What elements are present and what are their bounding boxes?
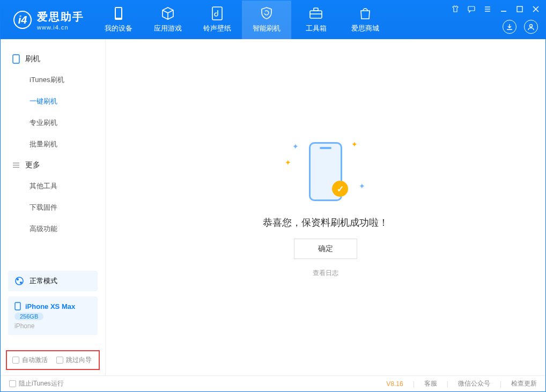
logo: i4 爱思助手 www.i4.cn [1, 10, 94, 31]
nav-flash[interactable]: 智能刷机 [242, 1, 291, 39]
success-message: 恭喜您，保资料刷机成功啦！ [263, 216, 388, 229]
download-icon[interactable] [503, 20, 517, 34]
close-button[interactable] [532, 5, 540, 13]
sidebar-item-download-firmware[interactable]: 下载固件 [1, 197, 105, 218]
svg-rect-4 [314, 8, 318, 11]
svg-point-19 [16, 277, 23, 285]
shield-refresh-icon [260, 6, 274, 20]
svg-rect-11 [517, 6, 522, 12]
sidebar-item-advanced[interactable]: 高级功能 [1, 218, 105, 240]
list-icon [12, 161, 20, 169]
top-nav: 我的设备 应用游戏 铃声壁纸 智能刷机 工具箱 爱思商城 [94, 1, 390, 39]
svg-rect-3 [310, 11, 322, 18]
nav-toolbox[interactable]: 工具箱 [291, 1, 341, 39]
version-label: V8.16 [386, 380, 403, 388]
mode-label: 正常模式 [29, 276, 57, 286]
sidebar-group-more: 更多 [1, 155, 105, 175]
svg-point-20 [17, 278, 19, 280]
music-file-icon [210, 6, 224, 20]
success-illustration: ✦ ✦ ✦ ✦ ✓ [283, 137, 368, 206]
device-phone-icon [14, 302, 21, 310]
device-card[interactable]: iPhone XS Max 256GB iPhone [8, 297, 98, 335]
check-update-link[interactable]: 检查更新 [511, 379, 537, 388]
mode-icon [14, 276, 24, 286]
window-controls [451, 5, 540, 13]
header: i4 爱思助手 www.i4.cn 我的设备 应用游戏 铃声壁纸 智能刷机 工具… [1, 1, 545, 39]
user-icon[interactable] [524, 20, 538, 34]
svg-rect-6 [468, 6, 475, 11]
sidebar-item-other-tools[interactable]: 其他工具 [1, 175, 105, 197]
cube-icon [161, 6, 175, 20]
svg-rect-1 [116, 8, 121, 18]
svg-rect-2 [212, 7, 222, 20]
view-log-link[interactable]: 查看日志 [313, 269, 338, 278]
maximize-button[interactable] [515, 5, 524, 13]
minimize-button[interactable] [499, 5, 508, 13]
support-link[interactable]: 客服 [424, 379, 437, 388]
options-row: 自动激活 跳过向导 [6, 350, 100, 370]
sidebar-group-flash: 刷机 [1, 49, 105, 69]
nav-my-device[interactable]: 我的设备 [94, 1, 143, 39]
check-icon: ✓ [332, 181, 348, 197]
shirt-icon[interactable] [451, 5, 460, 13]
app-name-en: www.i4.cn [37, 24, 84, 31]
nav-ringtones[interactable]: 铃声壁纸 [193, 1, 242, 39]
logo-icon: i4 [13, 11, 32, 29]
sidebar-item-pro-flash[interactable]: 专业刷机 [1, 112, 105, 134]
sidebar-item-batch-flash[interactable]: 批量刷机 [1, 134, 105, 155]
toolbox-icon [309, 6, 323, 20]
device-type: iPhone [14, 322, 34, 330]
sidebar: 刷机 iTunes刷机 一键刷机 专业刷机 批量刷机 更多 其他工具 下载固件 … [1, 39, 106, 375]
phone-icon [12, 54, 20, 64]
feedback-icon[interactable] [467, 5, 476, 13]
skip-wizard-checkbox[interactable]: 跳过向导 [56, 356, 92, 365]
nav-store[interactable]: 爱思商城 [341, 1, 390, 39]
wechat-link[interactable]: 微信公众号 [458, 379, 490, 388]
app-name-cn: 爱思助手 [37, 10, 84, 24]
bag-icon [358, 6, 372, 20]
storage-badge: 256GB [14, 313, 43, 320]
main-content: ✦ ✦ ✦ ✦ ✓ 恭喜您，保资料刷机成功啦！ 确定 查看日志 [106, 39, 545, 375]
footer: 阻止iTunes运行 V8.16 | 客服 | 微信公众号 | 检查更新 [1, 375, 545, 391]
device-icon [112, 6, 126, 20]
nav-apps[interactable]: 应用游戏 [143, 1, 193, 39]
logo-text: 爱思助手 www.i4.cn [37, 10, 84, 31]
svg-point-14 [530, 25, 533, 27]
svg-rect-15 [13, 55, 19, 63]
menu-icon[interactable] [483, 5, 492, 13]
auto-activate-checkbox[interactable]: 自动激活 [12, 356, 48, 365]
mode-card[interactable]: 正常模式 [8, 271, 98, 291]
block-itunes-checkbox[interactable]: 阻止iTunes运行 [9, 379, 64, 388]
sidebar-item-oneclick-flash[interactable]: 一键刷机 [1, 91, 105, 112]
ok-button[interactable]: 确定 [294, 239, 357, 259]
svg-point-21 [20, 282, 22, 284]
header-right [503, 20, 538, 34]
svg-rect-22 [15, 302, 20, 310]
sidebar-item-itunes-flash[interactable]: iTunes刷机 [1, 69, 105, 91]
